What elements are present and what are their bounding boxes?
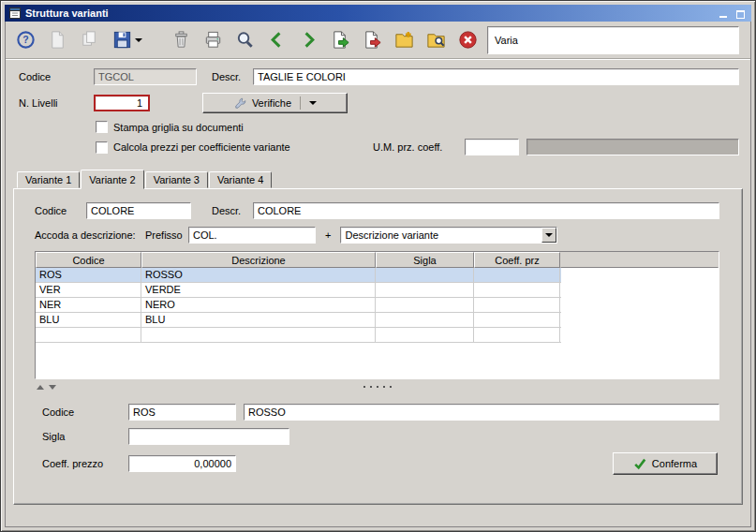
copy-document-icon: [79, 29, 100, 51]
help-icon: ?: [15, 29, 37, 51]
table-row[interactable]: BLU BLU: [36, 313, 561, 328]
um-descr-field: [526, 139, 739, 155]
column-header-sigla[interactable]: Sigla: [376, 252, 474, 268]
previous-button[interactable]: [264, 28, 289, 52]
codice-field: [94, 68, 197, 85]
plus-sign: +: [325, 229, 331, 241]
cell-descrizione: NERO: [141, 298, 376, 312]
sigla-label: Sigla: [42, 431, 128, 442]
livelli-field[interactable]: [94, 95, 150, 111]
app-window: Struttura varianti ?: [0, 0, 756, 532]
splitter-grip-icon: [363, 386, 392, 388]
descr-field[interactable]: [253, 68, 739, 85]
accoda-label: Accoda a descrizione:: [35, 229, 145, 241]
search-icon: [234, 29, 256, 51]
combo-dropdown-button[interactable]: [541, 228, 556, 243]
descrizione-combo[interactable]: Descrizione variante: [340, 227, 557, 244]
window-icon: [8, 7, 22, 20]
next-icon: [298, 29, 319, 51]
maximize-icon: [736, 10, 745, 19]
cell-descrizione: ROSSO: [141, 268, 376, 282]
print-icon: [202, 29, 224, 51]
coeff-field[interactable]: [128, 455, 236, 472]
copy-document-button: [77, 28, 101, 52]
conferma-button[interactable]: Conferma: [613, 452, 718, 475]
titlebar[interactable]: Struttura varianti: [5, 5, 751, 22]
detail-descr-field[interactable]: [244, 404, 719, 421]
tab-variante-4[interactable]: Variante 4: [209, 171, 272, 188]
table-row-empty[interactable]: [36, 328, 561, 343]
checkmark-icon: [633, 457, 646, 470]
folder-search-button[interactable]: [423, 28, 448, 52]
folder-add-button[interactable]: [392, 28, 416, 52]
tab-variante-2[interactable]: Variante 2: [81, 170, 143, 189]
save-icon: [111, 29, 133, 51]
export-document-button[interactable]: [328, 28, 352, 52]
new-document-button: [45, 28, 69, 52]
print-button[interactable]: [200, 28, 225, 52]
cell-sigla: [376, 268, 474, 282]
search-button[interactable]: [232, 28, 257, 52]
verifiche-menu-icon[interactable]: [309, 101, 317, 105]
calcola-checkbox[interactable]: [96, 141, 108, 154]
sigla-field[interactable]: [128, 428, 289, 445]
new-document-icon: [47, 29, 68, 51]
cell-descrizione: VERDE: [141, 283, 376, 297]
variant-tabs: Variante 1 Variante 2 Variante 3 Variant…: [17, 169, 750, 188]
variant-panel: Codice Descr. Accoda a descrizione: Pref…: [13, 188, 743, 505]
variant-codice-field[interactable]: [86, 202, 191, 219]
table-row[interactable]: NER NERO: [36, 298, 561, 313]
cell-sigla: [376, 298, 474, 312]
save-menu-icon[interactable]: [135, 38, 142, 42]
table-row[interactable]: ROS ROSSO: [36, 268, 561, 283]
conferma-label: Conferma: [652, 458, 697, 469]
table-row[interactable]: VER VERDE: [36, 283, 561, 298]
livelli-label: N. Livelli: [19, 97, 94, 109]
tab-variante-1[interactable]: Variante 1: [17, 171, 80, 188]
detail-codice-label: Codice: [42, 406, 128, 418]
stampa-checkbox[interactable]: [96, 121, 108, 133]
folder-search-icon: [425, 29, 447, 51]
verifiche-separator: [300, 96, 301, 110]
coeff-label: Coeff. prezzo: [42, 458, 128, 469]
status-strip: [6, 505, 750, 526]
save-button[interactable]: [109, 28, 144, 52]
verifiche-button[interactable]: Verifiche: [202, 93, 348, 113]
cell-descrizione: BLU: [141, 313, 376, 327]
help-button[interactable]: ?: [13, 28, 37, 52]
cell-codice: VER: [36, 283, 141, 297]
minimize-button[interactable]: [716, 7, 730, 20]
close-button[interactable]: [455, 28, 480, 52]
variant-descr-field[interactable]: [253, 202, 719, 219]
prefisso-label: Prefisso: [145, 229, 188, 241]
splitter-handle[interactable]: [35, 381, 719, 392]
cell-coeff: [474, 313, 560, 327]
variant-codice-label: Codice: [35, 205, 86, 216]
delete-button[interactable]: [169, 28, 193, 52]
um-field[interactable]: [465, 139, 519, 155]
variant-table: Codice Descrizione Sigla Coeff. prz ROS …: [35, 251, 719, 379]
detail-codice-field[interactable]: [128, 404, 236, 421]
context-field[interactable]: Varia: [487, 26, 739, 54]
exit-document-icon: [362, 29, 383, 51]
header-form: Codice Descr. N. Livelli Verifiche Stamp…: [6, 59, 750, 155]
export-document-icon: [330, 29, 351, 51]
descrizione-combo-value: Descrizione variante: [341, 229, 541, 241]
prefisso-field[interactable]: [188, 227, 316, 244]
column-header-descrizione[interactable]: Descrizione: [141, 252, 376, 268]
cell-sigla: [376, 283, 474, 297]
column-header-filler: [560, 252, 719, 268]
next-button[interactable]: [296, 28, 320, 52]
column-header-coeff[interactable]: Coeff. prz: [474, 252, 560, 268]
table-header: Codice Descrizione Sigla Coeff. prz: [36, 252, 719, 268]
cell-sigla: [376, 313, 474, 327]
variant-descr-label: Descr.: [212, 205, 253, 216]
stampa-checkbox-label: Stampa griglia su documenti: [113, 122, 244, 133]
descr-label: Descr.: [212, 71, 253, 82]
minimize-icon: [719, 16, 727, 18]
exit-document-button[interactable]: [360, 28, 384, 52]
column-header-codice[interactable]: Codice: [36, 252, 141, 268]
tab-variante-3[interactable]: Variante 3: [145, 171, 208, 188]
splitter-arrows-icon[interactable]: [37, 385, 56, 390]
maximize-button[interactable]: [734, 7, 748, 20]
